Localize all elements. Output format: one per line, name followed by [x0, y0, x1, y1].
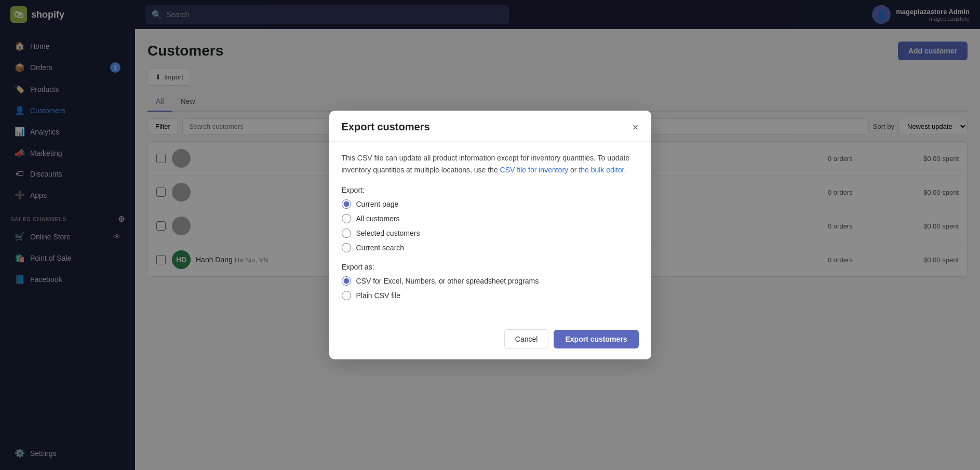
csv-inventory-link[interactable]: CSV file for inventory — [500, 166, 569, 174]
modal-description: This CSV file can update all product inf… — [342, 152, 639, 176]
export-option-current-search[interactable]: Current search — [342, 243, 639, 252]
modal-close-button[interactable]: × — [633, 122, 639, 132]
export-as-label: Export as: — [342, 263, 639, 271]
modal-header: Export customers × — [329, 111, 651, 142]
export-option-selected-customers[interactable]: Selected customers — [342, 229, 639, 238]
export-radio-current-page[interactable] — [342, 199, 351, 209]
export-as-radio-plain-csv[interactable] — [342, 291, 351, 300]
export-radio-current-search[interactable] — [342, 243, 351, 252]
export-radio-selected-customers[interactable] — [342, 229, 351, 238]
export-as-radio-csv-excel[interactable] — [342, 276, 351, 286]
export-as-option-label: Plain CSV file — [356, 291, 401, 300]
export-options-group: Current page All customers Selected cust… — [342, 199, 639, 252]
export-option-label: Current search — [356, 244, 405, 252]
bulk-editor-link[interactable]: the bulk editor. — [579, 166, 626, 174]
export-radio-all-customers[interactable] — [342, 214, 351, 223]
modal-footer: Cancel Export customers — [329, 321, 651, 359]
export-as-option-plain-csv[interactable]: Plain CSV file — [342, 291, 639, 300]
export-option-current-page[interactable]: Current page — [342, 199, 639, 209]
export-as-option-csv-excel[interactable]: CSV for Excel, Numbers, or other spreads… — [342, 276, 639, 286]
export-as-options-group: CSV for Excel, Numbers, or other spreads… — [342, 276, 639, 300]
cancel-button[interactable]: Cancel — [504, 329, 549, 349]
export-option-all-customers[interactable]: All customers — [342, 214, 639, 223]
export-option-label: All customers — [356, 214, 400, 223]
export-label: Export: — [342, 186, 639, 194]
modal-body: This CSV file can update all product inf… — [329, 142, 651, 321]
export-option-label: Current page — [356, 200, 399, 208]
export-modal: Export customers × This CSV file can upd… — [329, 111, 651, 359]
export-as-option-label: CSV for Excel, Numbers, or other spreads… — [356, 277, 539, 285]
export-customers-button[interactable]: Export customers — [554, 330, 638, 348]
export-option-label: Selected customers — [356, 229, 420, 237]
modal-title: Export customers — [342, 121, 430, 133]
or-text: or — [570, 166, 579, 174]
modal-overlay[interactable]: Export customers × This CSV file can upd… — [0, 0, 980, 470]
